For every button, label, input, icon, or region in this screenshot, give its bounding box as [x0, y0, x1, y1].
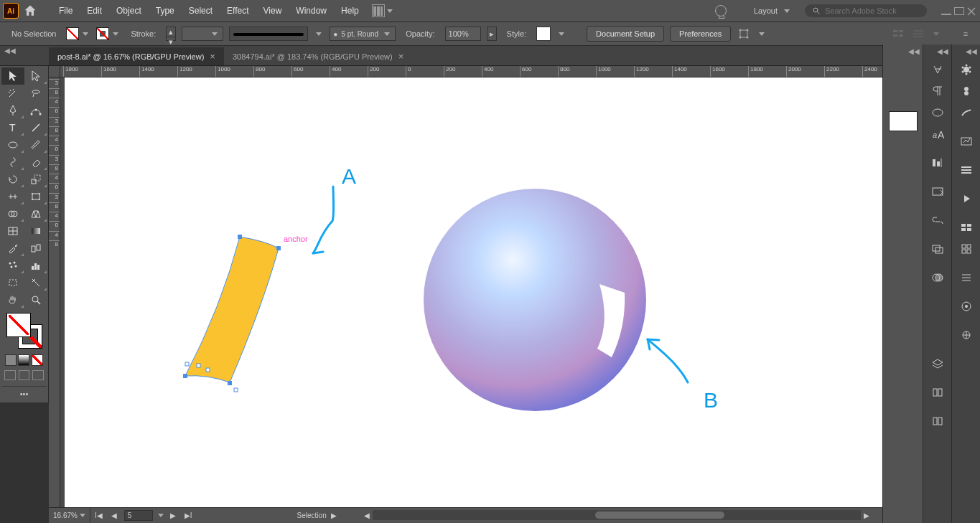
- close-button[interactable]: [967, 7, 977, 15]
- home-icon[interactable]: [23, 4, 37, 18]
- zoom-tool[interactable]: [24, 291, 47, 308]
- first-artboard-icon[interactable]: I◀: [90, 512, 107, 519]
- panel-collapse-icon[interactable]: ◀◀: [923, 44, 951, 58]
- learn-icon[interactable]: [715, 5, 727, 17]
- search-stock[interactable]: [805, 4, 927, 17]
- transform-dropdown[interactable]: [759, 32, 765, 36]
- symbol-sprayer-tool[interactable]: [1, 257, 24, 274]
- transparency-panel-icon[interactable]: [927, 268, 948, 288]
- transform-panel-icon-right[interactable]: [956, 268, 977, 288]
- arrange-dropdown-icon[interactable]: [387, 9, 393, 13]
- menu-object[interactable]: Object: [109, 1, 149, 20]
- color-solid[interactable]: [5, 354, 17, 366]
- menu-select[interactable]: Select: [182, 1, 220, 20]
- rotate-tool[interactable]: [1, 171, 24, 188]
- hscroll-thumb[interactable]: [595, 512, 724, 519]
- minimize-button[interactable]: [941, 7, 951, 15]
- artboard[interactable]: anchor A B: [65, 77, 882, 507]
- appearance-panel-icon[interactable]: [956, 296, 977, 316]
- artboard-tool[interactable]: [1, 274, 24, 291]
- zoom-level[interactable]: 16.67%: [49, 508, 90, 523]
- artboard-dropdown[interactable]: [158, 514, 164, 517]
- opentype-panel-icon[interactable]: [927, 103, 948, 123]
- variable-width-profile[interactable]: [229, 27, 308, 41]
- artboards-panel-icon[interactable]: [927, 239, 948, 259]
- draw-normal[interactable]: [4, 370, 16, 380]
- draw-inside[interactable]: [32, 370, 44, 380]
- toolbar-collapse-icon[interactable]: ◀◀: [4, 47, 16, 55]
- slice-tool[interactable]: [24, 274, 47, 291]
- align-panel-icon[interactable]: [927, 153, 948, 173]
- opacity-input[interactable]: 100%: [445, 27, 481, 41]
- preferences-button[interactable]: Preferences: [670, 26, 731, 42]
- lasso-tool[interactable]: [24, 85, 47, 102]
- arrange-docs-icon[interactable]: [372, 4, 385, 17]
- stroke-weight-input[interactable]: [182, 27, 223, 41]
- panel-collapse-icon[interactable]: ◀◀: [952, 44, 980, 58]
- actions-panel-icon[interactable]: [956, 189, 977, 209]
- transform-panel-icon[interactable]: [737, 27, 751, 41]
- direct-selection-tool[interactable]: [24, 67, 47, 85]
- profile-dropdown[interactable]: [316, 32, 322, 36]
- separations-panel-icon[interactable]: [956, 217, 977, 237]
- search-input[interactable]: [825, 6, 918, 15]
- image-trace-icon[interactable]: [956, 131, 977, 151]
- panel-menu-icon[interactable]: ≡: [958, 27, 973, 41]
- style-dropdown[interactable]: [559, 32, 564, 36]
- vertical-ruler[interactable]: 384038403840384048: [49, 77, 60, 507]
- status-menu-icon[interactable]: ▶: [327, 512, 341, 519]
- column-graph-tool[interactable]: [24, 257, 47, 274]
- restore-button[interactable]: [954, 7, 964, 15]
- align-dropdown[interactable]: [933, 32, 939, 36]
- scroll-right-icon[interactable]: ▶: [862, 510, 871, 520]
- scale-tool[interactable]: [24, 171, 47, 188]
- menu-edit[interactable]: Edit: [80, 1, 109, 20]
- blend-tool[interactable]: [24, 240, 47, 257]
- align-left-icon[interactable]: [891, 27, 905, 41]
- shape-builder-tool[interactable]: [1, 205, 24, 222]
- links-panel-icon[interactable]: [927, 210, 948, 230]
- type-tool[interactable]: T: [1, 119, 24, 136]
- last-artboard-icon[interactable]: ▶I: [180, 512, 197, 519]
- panel-collapse-icon[interactable]: ◀◀: [883, 44, 923, 58]
- info-panel-icon[interactable]: [956, 239, 977, 259]
- hand-tool[interactable]: [1, 291, 24, 308]
- close-icon[interactable]: ×: [398, 51, 404, 62]
- menu-type[interactable]: Type: [149, 1, 182, 20]
- graphic-style-swatch[interactable]: [536, 27, 551, 41]
- tab-3084794[interactable]: 3084794.ai* @ 183.74% (RGB/GPU Preview)×: [224, 47, 412, 65]
- fill-box[interactable]: [6, 313, 31, 337]
- perspective-grid-tool[interactable]: [24, 205, 47, 222]
- brushes-panel-icon[interactable]: [956, 103, 977, 123]
- align-center-icon[interactable]: [911, 27, 925, 41]
- navigator-panel-icon[interactable]: [956, 325, 977, 345]
- scroll-left-icon[interactable]: ◀: [363, 510, 371, 520]
- magic-wand-tool[interactable]: [1, 85, 24, 102]
- shaper-tool[interactable]: [1, 154, 24, 171]
- menu-window[interactable]: Window: [289, 1, 334, 20]
- glyphs-panel-icon[interactable]: aA: [927, 124, 948, 144]
- libraries2-panel-icon[interactable]: [927, 411, 948, 431]
- curvature-tool[interactable]: [24, 102, 47, 119]
- color-panel-swatch[interactable]: [889, 111, 918, 131]
- tab-post8[interactable]: post-8.ai* @ 16.67% (RGB/GPU Preview)×: [49, 47, 224, 65]
- eyedropper-tool[interactable]: [1, 240, 24, 257]
- horizontal-ruler[interactable]: 1800160014001200100080060040020002004006…: [60, 66, 882, 77]
- brush-definition[interactable]: ●5 pt. Round: [330, 27, 396, 41]
- ruler-origin[interactable]: [49, 66, 60, 77]
- stroke-weight-spinner[interactable]: ▴▾: [166, 27, 176, 41]
- ellipse-tool[interactable]: [1, 136, 24, 154]
- horizontal-scrollbar[interactable]: ◀ ▶: [363, 510, 871, 520]
- line-tool[interactable]: [24, 119, 47, 136]
- canvas-viewport[interactable]: anchor A B: [60, 77, 882, 507]
- gradient-tool[interactable]: [24, 222, 47, 240]
- recolor-icon[interactable]: [956, 60, 977, 80]
- close-icon[interactable]: ×: [210, 51, 215, 62]
- selection-tool[interactable]: [1, 67, 24, 85]
- paintbrush-tool[interactable]: [24, 136, 47, 154]
- eraser-tool[interactable]: [24, 154, 47, 171]
- layers-panel-icon[interactable]: [927, 354, 948, 374]
- fill-stroke-control[interactable]: [6, 313, 42, 349]
- paragraph-panel-icon[interactable]: [927, 81, 948, 101]
- prev-artboard-icon[interactable]: ◀: [107, 512, 121, 519]
